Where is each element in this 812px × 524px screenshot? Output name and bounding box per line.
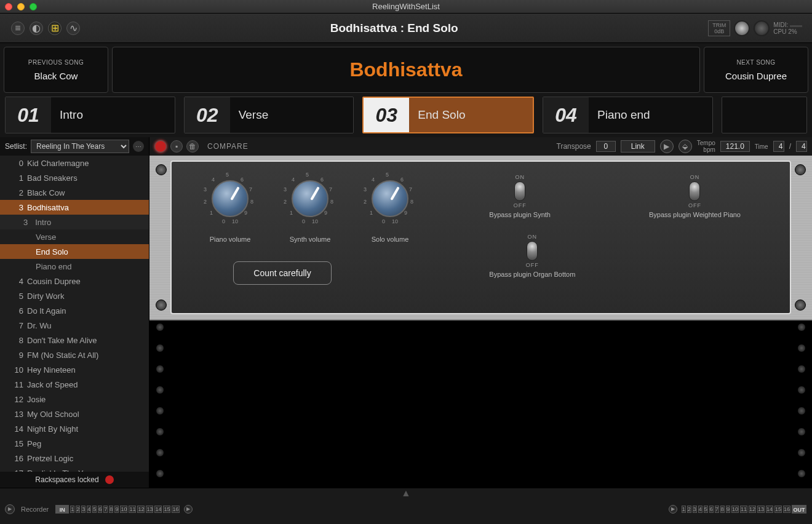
switch-bypass-organ-bottom[interactable]: ONOFF Bypass plugin Organ Bottom [489, 234, 575, 278]
time-num[interactable]: 4 [773, 141, 784, 152]
channel-11[interactable]: 11 [129, 506, 136, 513]
song-row[interactable]: 16Pretzel Logic [0, 451, 149, 466]
song-row[interactable]: 12Josie [0, 392, 149, 407]
switch-bypass-synth[interactable]: ONOFF Bypass plugin Synth [489, 174, 551, 218]
metronome-icon[interactable]: ⬙ [679, 140, 692, 153]
knob-solo-volume[interactable]: 012345678910 Solo volume [362, 174, 418, 243]
channel-8[interactable]: 8 [109, 506, 113, 513]
time-denom[interactable]: 4 [796, 141, 807, 152]
recorder-play-button[interactable]: ▶ [5, 504, 15, 514]
song-row[interactable]: 2Black Cow [0, 185, 149, 200]
channel-12[interactable]: 12 [137, 506, 145, 513]
waveform-icon[interactable]: ∿ [66, 22, 80, 35]
play-button[interactable]: ▶ [660, 140, 674, 153]
channel-3[interactable]: 3 [81, 506, 86, 513]
part-end-solo[interactable]: 03End Solo [362, 97, 534, 133]
channel-13[interactable]: 13 [146, 506, 153, 513]
song-row[interactable]: 10Hey Nineteen [0, 362, 149, 377]
panic-button[interactable] [754, 20, 770, 36]
channel-4[interactable]: 4 [698, 506, 703, 513]
midi-play-icon[interactable]: ▶ [184, 505, 193, 514]
switch-bypass-weighted-piano[interactable]: ONOFF Bypass plugin Weighted Piano [649, 174, 741, 218]
channel-12[interactable]: 12 [749, 506, 756, 513]
song-list[interactable]: 0Kid Charlemagne1Bad Sneakers2Black Cow3… [0, 156, 149, 472]
rack-screw-icon [156, 344, 164, 352]
part-intro[interactable]: 01Intro [5, 97, 175, 133]
drawer-handle-icon[interactable]: ▲ [0, 488, 812, 498]
next-song-button[interactable]: NEXT SONG Cousin Dupree [704, 47, 808, 93]
song-row[interactable]: 7Dr. Wu [0, 318, 149, 333]
trash-icon[interactable]: 🗑 [186, 140, 199, 153]
song-part-row[interactable]: 3Intro [0, 215, 149, 229]
song-row[interactable]: 14Night By Night [0, 421, 149, 436]
channel-6[interactable]: 6 [98, 506, 102, 513]
knob-synth-volume[interactable]: 012345678910 Synth volume [282, 174, 338, 243]
song-row[interactable]: 8Don't Take Me Alive [0, 333, 149, 347]
knob-piano-volume[interactable]: 012345678910 Piano volume [202, 174, 258, 243]
setlist-options-icon[interactable]: ⋯ [133, 141, 144, 152]
channel-14[interactable]: 14 [766, 506, 773, 513]
channel-10[interactable]: 10 [120, 506, 127, 513]
channel-15[interactable]: 15 [163, 506, 170, 513]
bpm-value[interactable]: 121.0 [720, 141, 750, 152]
channel-5[interactable]: 5 [92, 506, 97, 513]
part-empty[interactable] [722, 97, 807, 133]
song-part-row[interactable]: End Solo [0, 244, 149, 259]
channel-2[interactable]: 2 [76, 506, 80, 513]
channel-9[interactable]: 9 [726, 506, 730, 513]
channel-1[interactable]: 1 [70, 506, 74, 513]
previous-song-button[interactable]: PREVIOUS SONG Black Cow [4, 47, 108, 93]
song-row[interactable]: 0Kid Charlemagne [0, 156, 149, 170]
song-row[interactable]: 6Do It Again [0, 303, 149, 318]
channel-1[interactable]: 1 [682, 506, 686, 513]
channel-8[interactable]: 8 [720, 506, 725, 513]
song-row[interactable]: 3Bodhisattva [0, 200, 149, 215]
tuner-icon[interactable]: ◐ [30, 22, 43, 35]
song-row[interactable]: 4Cousin Dupree [0, 274, 149, 288]
trim-dial[interactable] [734, 20, 750, 36]
song-row[interactable]: 17Reelin' In The Years [0, 466, 149, 472]
song-row[interactable]: 11Jack of Speed [0, 377, 149, 392]
channel-11[interactable]: 11 [740, 506, 747, 513]
song-part-row[interactable]: Verse [0, 229, 149, 244]
part-verse[interactable]: 02Verse [184, 97, 354, 133]
minimize-icon[interactable] [17, 3, 25, 10]
transpose-value[interactable]: 0 [596, 141, 616, 152]
song-row[interactable]: 5Dirty Work [0, 288, 149, 303]
channel-16[interactable]: 16 [172, 506, 179, 513]
channel-7[interactable]: 7 [715, 506, 719, 513]
view-meters-icon[interactable]: ≡ [11, 22, 25, 35]
save-icon[interactable]: ▪ [170, 140, 183, 153]
out-label[interactable]: OUT [792, 505, 806, 514]
channel-5[interactable]: 5 [704, 506, 708, 513]
channel-15[interactable]: 15 [774, 506, 782, 513]
window-title: ReelingWithSetList [48, 2, 764, 11]
close-icon[interactable] [5, 3, 12, 10]
midi-play-icon-right[interactable]: ▶ [669, 505, 677, 514]
grid-view-icon[interactable]: ⊞ [48, 22, 62, 35]
channel-4[interactable]: 4 [87, 506, 91, 513]
song-row[interactable]: 15Peg [0, 436, 149, 451]
channel-6[interactable]: 6 [709, 506, 714, 513]
channel-10[interactable]: 10 [731, 506, 739, 513]
maximize-icon[interactable] [30, 3, 37, 10]
song-row[interactable]: 13My Old School [0, 407, 149, 421]
lock-icon[interactable] [105, 475, 114, 484]
channel-7[interactable]: 7 [103, 506, 108, 513]
part-piano-end[interactable]: 04Piano end [543, 97, 713, 133]
song-part-row[interactable]: Piano end [0, 259, 149, 274]
channel-14[interactable]: 14 [154, 506, 162, 513]
song-row[interactable]: 9FM (No Static At All) [0, 347, 149, 362]
setlist-select[interactable]: Reeling In The Years [31, 140, 129, 153]
channel-13[interactable]: 13 [757, 506, 765, 513]
channel-16[interactable]: 16 [783, 506, 790, 513]
song-row[interactable]: 1Bad Sneakers [0, 170, 149, 185]
note-button[interactable]: Count carefully [233, 261, 332, 285]
channel-2[interactable]: 2 [687, 506, 691, 513]
record-button[interactable] [154, 140, 167, 153]
compare-label[interactable]: COMPARE [207, 142, 249, 151]
channel-9[interactable]: 9 [114, 506, 119, 513]
link-button[interactable]: Link [621, 140, 655, 153]
in-label[interactable]: IN [55, 505, 69, 514]
channel-3[interactable]: 3 [693, 506, 697, 513]
